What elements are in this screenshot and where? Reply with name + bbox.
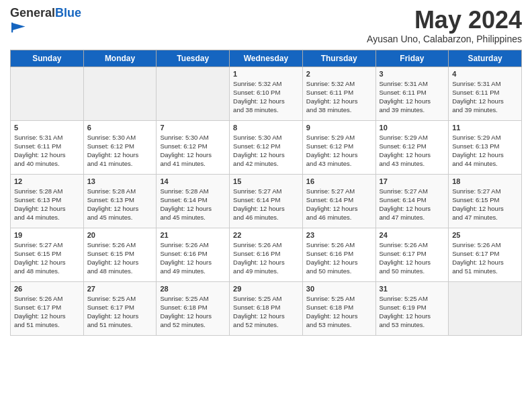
day-info: Sunrise: 5:28 AM Sunset: 6:13 PM Dayligh… [14, 187, 80, 222]
day-number: 24 [380, 231, 445, 239]
day-info: Sunrise: 5:27 AM Sunset: 6:14 PM Dayligh… [306, 187, 372, 222]
day-info: Sunrise: 5:30 AM Sunset: 6:12 PM Dayligh… [87, 133, 153, 169]
day-of-week-header: Tuesday [157, 50, 230, 66]
calendar-week-row: 1Sunrise: 5:32 AM Sunset: 6:10 PM Daylig… [11, 66, 522, 120]
day-of-week-header: Wednesday [230, 50, 303, 66]
day-number: 28 [160, 285, 226, 293]
calendar-cell: 4Sunrise: 5:31 AM Sunset: 6:11 PM Daylig… [449, 66, 522, 120]
calendar-cell: 27Sunrise: 5:25 AM Sunset: 6:17 PM Dayli… [83, 281, 157, 335]
day-number: 31 [380, 285, 445, 293]
logo-text: GeneralBlue [10, 7, 81, 20]
calendar-week-row: 12Sunrise: 5:28 AM Sunset: 6:13 PM Dayli… [11, 174, 522, 228]
day-of-week-header: Saturday [449, 50, 522, 66]
day-number: 4 [452, 70, 518, 78]
calendar-week-row: 5Sunrise: 5:31 AM Sunset: 6:11 PM Daylig… [11, 120, 522, 174]
day-number: 8 [233, 124, 299, 132]
calendar-header-row: SundayMondayTuesdayWednesdayThursdayFrid… [11, 50, 522, 66]
calendar-cell: 2Sunrise: 5:32 AM Sunset: 6:11 PM Daylig… [302, 66, 375, 120]
day-number: 17 [380, 177, 445, 185]
day-info: Sunrise: 5:27 AM Sunset: 6:14 PM Dayligh… [233, 187, 299, 222]
day-info: Sunrise: 5:27 AM Sunset: 6:15 PM Dayligh… [452, 187, 518, 222]
calendar-cell: 29Sunrise: 5:25 AM Sunset: 6:18 PM Dayli… [230, 281, 303, 335]
day-number: 23 [306, 231, 372, 239]
day-number: 13 [87, 177, 153, 185]
calendar-cell [83, 66, 157, 120]
calendar-cell [449, 281, 522, 335]
day-info: Sunrise: 5:29 AM Sunset: 6:12 PM Dayligh… [306, 133, 372, 169]
day-info: Sunrise: 5:28 AM Sunset: 6:13 PM Dayligh… [87, 187, 153, 222]
page-header: GeneralBlue May 2024 Ayusan Uno, Calabar… [10, 7, 522, 44]
day-of-week-header: Thursday [302, 50, 375, 66]
calendar-cell: 28Sunrise: 5:25 AM Sunset: 6:18 PM Dayli… [157, 281, 230, 335]
calendar-cell: 26Sunrise: 5:26 AM Sunset: 6:17 PM Dayli… [11, 281, 84, 335]
logo: GeneralBlue [10, 7, 81, 38]
day-info: Sunrise: 5:26 AM Sunset: 6:15 PM Dayligh… [87, 240, 153, 276]
day-info: Sunrise: 5:25 AM Sunset: 6:18 PM Dayligh… [160, 294, 226, 330]
day-number: 6 [87, 124, 153, 132]
calendar-cell: 15Sunrise: 5:27 AM Sunset: 6:14 PM Dayli… [230, 174, 303, 228]
day-info: Sunrise: 5:29 AM Sunset: 6:13 PM Dayligh… [452, 133, 518, 169]
calendar-table: SundayMondayTuesdayWednesdayThursdayFrid… [10, 50, 522, 336]
day-number: 25 [452, 231, 518, 239]
calendar-week-row: 19Sunrise: 5:27 AM Sunset: 6:15 PM Dayli… [11, 228, 522, 281]
title-block: May 2024 Ayusan Uno, Calabarzon, Philipp… [367, 7, 522, 44]
day-number: 10 [380, 124, 445, 132]
calendar-cell [157, 66, 230, 120]
day-info: Sunrise: 5:26 AM Sunset: 6:16 PM Dayligh… [160, 240, 226, 276]
day-number: 29 [233, 285, 299, 293]
calendar-cell: 20Sunrise: 5:26 AM Sunset: 6:15 PM Dayli… [83, 228, 157, 281]
day-info: Sunrise: 5:25 AM Sunset: 6:18 PM Dayligh… [233, 294, 299, 330]
day-of-week-header: Sunday [11, 50, 84, 66]
day-number: 5 [14, 124, 80, 132]
calendar-cell: 22Sunrise: 5:26 AM Sunset: 6:16 PM Dayli… [230, 228, 303, 281]
day-number: 7 [160, 124, 226, 132]
day-info: Sunrise: 5:31 AM Sunset: 6:11 PM Dayligh… [452, 79, 518, 115]
day-number: 16 [306, 177, 372, 185]
day-number: 20 [87, 231, 153, 239]
day-info: Sunrise: 5:32 AM Sunset: 6:11 PM Dayligh… [306, 79, 372, 115]
calendar-cell: 13Sunrise: 5:28 AM Sunset: 6:13 PM Dayli… [83, 174, 157, 228]
calendar-cell: 1Sunrise: 5:32 AM Sunset: 6:10 PM Daylig… [230, 66, 303, 120]
logo-general: General [10, 6, 55, 19]
calendar-cell: 3Sunrise: 5:31 AM Sunset: 6:11 PM Daylig… [375, 66, 449, 120]
calendar-cell: 18Sunrise: 5:27 AM Sunset: 6:15 PM Dayli… [449, 174, 522, 228]
day-info: Sunrise: 5:32 AM Sunset: 6:10 PM Dayligh… [233, 79, 299, 115]
calendar-cell: 24Sunrise: 5:26 AM Sunset: 6:17 PM Dayli… [375, 228, 449, 281]
day-info: Sunrise: 5:31 AM Sunset: 6:11 PM Dayligh… [14, 133, 80, 169]
calendar-cell: 12Sunrise: 5:28 AM Sunset: 6:13 PM Dayli… [11, 174, 84, 228]
day-number: 15 [233, 177, 299, 185]
day-info: Sunrise: 5:26 AM Sunset: 6:16 PM Dayligh… [233, 240, 299, 276]
day-info: Sunrise: 5:31 AM Sunset: 6:11 PM Dayligh… [380, 79, 445, 115]
calendar-cell: 6Sunrise: 5:30 AM Sunset: 6:12 PM Daylig… [83, 120, 157, 174]
calendar-cell: 7Sunrise: 5:30 AM Sunset: 6:12 PM Daylig… [157, 120, 230, 174]
day-info: Sunrise: 5:26 AM Sunset: 6:16 PM Dayligh… [306, 240, 372, 276]
calendar-cell: 11Sunrise: 5:29 AM Sunset: 6:13 PM Dayli… [449, 120, 522, 174]
day-number: 12 [14, 177, 80, 185]
day-number: 19 [14, 231, 80, 239]
calendar-cell: 30Sunrise: 5:25 AM Sunset: 6:18 PM Dayli… [302, 281, 375, 335]
day-number: 1 [233, 70, 299, 78]
day-info: Sunrise: 5:29 AM Sunset: 6:12 PM Dayligh… [380, 133, 445, 169]
day-info: Sunrise: 5:25 AM Sunset: 6:18 PM Dayligh… [306, 294, 372, 330]
day-number: 21 [160, 231, 226, 239]
calendar-cell: 17Sunrise: 5:27 AM Sunset: 6:14 PM Dayli… [375, 174, 449, 228]
day-info: Sunrise: 5:27 AM Sunset: 6:15 PM Dayligh… [14, 240, 80, 276]
day-info: Sunrise: 5:26 AM Sunset: 6:17 PM Dayligh… [14, 294, 80, 330]
day-info: Sunrise: 5:26 AM Sunset: 6:17 PM Dayligh… [452, 240, 518, 276]
day-number: 3 [380, 70, 445, 78]
day-of-week-header: Friday [375, 50, 449, 66]
location: Ayusan Uno, Calabarzon, Philippines [367, 34, 522, 44]
logo-flag-icon [11, 20, 26, 35]
month-title: May 2024 [367, 7, 522, 34]
calendar-cell: 16Sunrise: 5:27 AM Sunset: 6:14 PM Dayli… [302, 174, 375, 228]
day-number: 9 [306, 124, 372, 132]
day-number: 2 [306, 70, 372, 78]
calendar-cell: 23Sunrise: 5:26 AM Sunset: 6:16 PM Dayli… [302, 228, 375, 281]
calendar-cell [11, 66, 84, 120]
calendar-cell: 25Sunrise: 5:26 AM Sunset: 6:17 PM Dayli… [449, 228, 522, 281]
calendar-cell: 10Sunrise: 5:29 AM Sunset: 6:12 PM Dayli… [375, 120, 449, 174]
day-info: Sunrise: 5:28 AM Sunset: 6:14 PM Dayligh… [160, 187, 226, 222]
calendar-week-row: 26Sunrise: 5:26 AM Sunset: 6:17 PM Dayli… [11, 281, 522, 335]
day-info: Sunrise: 5:30 AM Sunset: 6:12 PM Dayligh… [160, 133, 226, 169]
day-number: 18 [452, 177, 518, 185]
